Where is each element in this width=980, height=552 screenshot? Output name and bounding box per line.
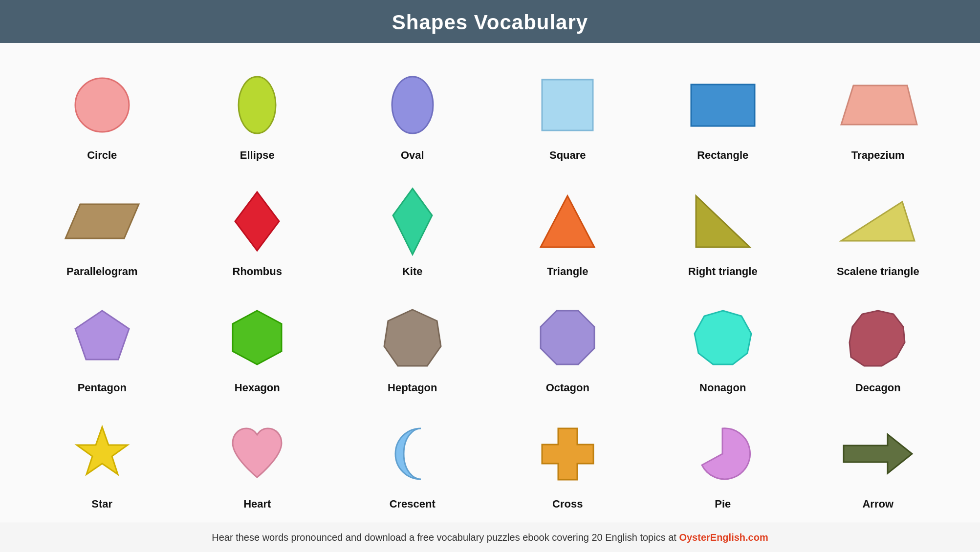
svg-rect-3: [542, 80, 593, 130]
rhombus-label: Rhombus: [233, 265, 282, 278]
circle-icon: [73, 76, 131, 134]
scalene-triangle-icon: [839, 199, 917, 243]
shape-visual-heart: [187, 415, 328, 493]
shape-visual-right-triangle: [653, 182, 793, 260]
star-label: Star: [91, 498, 112, 510]
shape-visual-square: [498, 66, 638, 144]
header: Shapes Vocabulary: [0, 0, 980, 43]
shape-item-octagon: Octagon: [495, 290, 641, 402]
parallelogram-icon: [63, 202, 141, 241]
shape-visual-kite: [342, 182, 483, 260]
shape-visual-nonagon: [653, 298, 793, 377]
svg-marker-6: [65, 204, 139, 238]
svg-marker-8: [393, 189, 432, 255]
svg-rect-4: [691, 85, 755, 126]
shape-item-crescent: Crescent: [340, 406, 485, 518]
footer: Hear these words pronounced and download…: [0, 523, 980, 552]
svg-marker-19: [542, 428, 593, 480]
triangle-icon: [538, 193, 597, 250]
shape-visual-trapezium: [808, 66, 949, 144]
svg-marker-13: [233, 311, 282, 364]
shape-visual-circle: [32, 66, 173, 144]
shape-visual-heptagon: [342, 298, 483, 377]
shape-item-cross: Cross: [495, 406, 641, 518]
heart-icon: [228, 426, 286, 482]
shape-visual-cross: [498, 415, 638, 493]
shape-item-hexagon: Hexagon: [185, 290, 330, 402]
shape-item-parallelogram: Parallelogram: [29, 174, 175, 285]
decagon-icon: [849, 308, 907, 367]
square-icon: [538, 76, 597, 134]
svg-point-0: [75, 78, 129, 132]
parallelogram-label: Parallelogram: [66, 265, 138, 278]
octagon-icon: [538, 308, 597, 367]
pie-label: Pie: [715, 498, 731, 510]
shape-visual-star: [32, 415, 173, 493]
shape-visual-pentagon: [32, 298, 173, 377]
shape-visual-octagon: [498, 298, 638, 377]
pie-icon: [695, 426, 751, 482]
kite-icon: [391, 186, 435, 257]
cross-label: Cross: [552, 498, 583, 510]
scalene-triangle-label: Scalene triangle: [837, 265, 919, 278]
svg-marker-12: [75, 311, 129, 360]
svg-marker-9: [541, 196, 594, 247]
shape-visual-arrow: [808, 415, 949, 493]
shape-item-decagon: Decagon: [806, 290, 951, 402]
hexagon-icon: [228, 308, 286, 367]
star-icon: [73, 425, 131, 483]
arrow-label: Arrow: [862, 498, 893, 510]
hexagon-label: Hexagon: [235, 382, 280, 394]
kite-label: Kite: [402, 265, 423, 278]
svg-point-1: [239, 77, 276, 133]
pentagon-icon: [73, 308, 131, 367]
shape-visual-scalene-triangle: [808, 182, 949, 260]
svg-marker-18: [77, 427, 128, 474]
svg-marker-15: [541, 311, 594, 364]
svg-marker-10: [696, 196, 750, 247]
triangle-label: Triangle: [547, 265, 588, 278]
arrow-icon: [841, 432, 915, 476]
heptagon-label: Heptagon: [388, 382, 437, 394]
svg-point-2: [392, 77, 433, 133]
octagon-label: Octagon: [546, 382, 589, 394]
ellipse-icon: [235, 73, 279, 137]
shape-visual-rectangle: [653, 66, 793, 144]
trapezium-label: Trapezium: [851, 149, 905, 162]
shape-item-rhombus: Rhombus: [185, 174, 330, 285]
svg-marker-20: [844, 434, 912, 473]
shape-item-heptagon: Heptagon: [340, 290, 485, 402]
shape-item-star: Star: [29, 406, 175, 518]
shape-item-oval: Oval: [340, 58, 485, 169]
pentagon-label: Pentagon: [78, 382, 127, 394]
shape-item-pentagon: Pentagon: [29, 290, 175, 402]
shape-item-circle: Circle: [29, 58, 175, 169]
shape-visual-pie: [653, 415, 793, 493]
shape-visual-hexagon: [187, 298, 328, 377]
page-title: Shapes Vocabulary: [0, 11, 980, 34]
decagon-label: Decagon: [855, 382, 901, 394]
shape-item-kite: Kite: [340, 174, 485, 285]
page: Shapes Vocabulary Circle Elli: [0, 0, 980, 552]
shape-item-scalene-triangle: Scalene triangle: [806, 174, 951, 285]
crescent-icon: [387, 425, 438, 483]
shape-visual-parallelogram: [32, 182, 173, 260]
footer-brand[interactable]: OysterEnglish.com: [679, 532, 768, 543]
heptagon-icon: [383, 307, 442, 368]
shape-item-rectangle: Rectangle: [650, 58, 796, 169]
shape-item-heart: Heart: [185, 406, 330, 518]
rectangle-label: Rectangle: [697, 149, 748, 162]
crescent-label: Crescent: [390, 498, 436, 510]
svg-marker-17: [849, 311, 905, 366]
shape-item-square: Square: [495, 58, 641, 169]
shape-item-nonagon: Nonagon: [650, 290, 796, 402]
shape-visual-decagon: [808, 298, 949, 377]
content: Circle Ellipse Oval: [0, 43, 980, 523]
right-triangle-label: Right triangle: [688, 265, 758, 278]
shape-visual-crescent: [342, 415, 483, 493]
nonagon-label: Nonagon: [699, 382, 746, 394]
circle-label: Circle: [87, 149, 117, 162]
svg-marker-14: [384, 310, 441, 366]
nonagon-icon: [694, 308, 752, 367]
rhombus-icon: [233, 190, 282, 253]
